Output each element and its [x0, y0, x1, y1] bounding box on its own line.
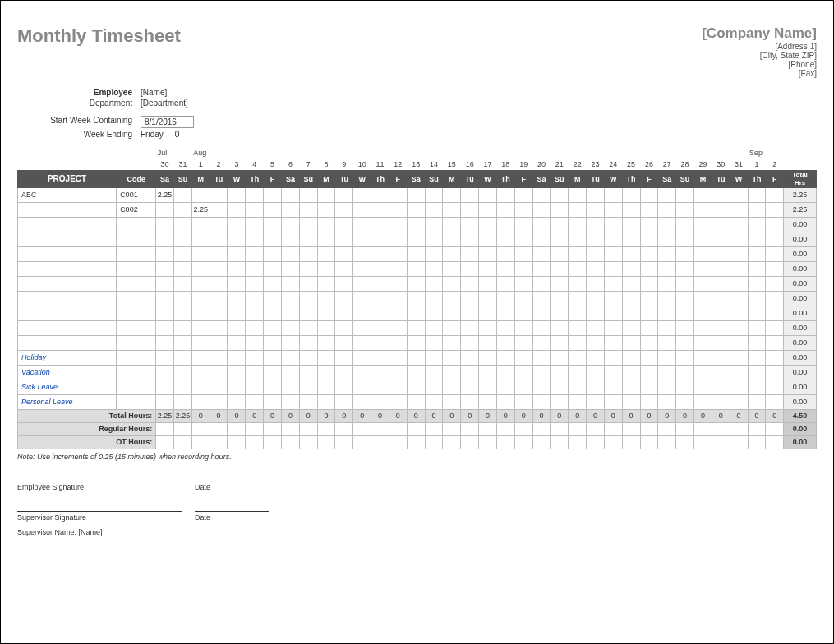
hours-cell[interactable]: 2.25 — [156, 187, 174, 202]
hours-cell[interactable] — [335, 306, 353, 320]
summary-cell[interactable] — [569, 435, 587, 448]
hours-cell[interactable] — [317, 394, 335, 409]
hours-cell[interactable] — [658, 246, 676, 261]
hours-cell[interactable] — [532, 217, 551, 232]
summary-cell[interactable] — [317, 422, 335, 435]
summary-cell[interactable] — [443, 435, 461, 448]
hours-cell[interactable] — [551, 335, 569, 350]
hours-cell[interactable] — [514, 202, 532, 217]
week-ending-value[interactable]: Friday — [141, 130, 164, 139]
hours-cell[interactable] — [443, 291, 461, 306]
hours-cell[interactable] — [551, 291, 569, 306]
code-cell[interactable] — [117, 246, 156, 261]
hours-cell[interactable] — [425, 187, 443, 202]
hours-cell[interactable]: 2.25 — [191, 202, 210, 217]
hours-cell[interactable] — [461, 202, 479, 217]
hours-cell[interactable] — [353, 320, 371, 335]
hours-cell[interactable] — [335, 335, 353, 350]
hours-cell[interactable] — [156, 365, 174, 380]
hours-cell[interactable] — [532, 320, 551, 335]
hours-cell[interactable] — [461, 394, 479, 409]
summary-cell[interactable] — [604, 435, 622, 448]
hours-cell[interactable] — [640, 232, 658, 246]
hours-cell[interactable] — [730, 187, 748, 202]
hours-cell[interactable] — [281, 202, 299, 217]
hours-cell[interactable] — [712, 365, 730, 380]
summary-cell[interactable] — [551, 422, 569, 435]
hours-cell[interactable] — [587, 261, 605, 276]
hours-cell[interactable] — [264, 202, 282, 217]
hours-cell[interactable] — [246, 276, 264, 291]
hours-cell[interactable] — [461, 276, 479, 291]
hours-cell[interactable] — [676, 246, 694, 261]
hours-cell[interactable] — [748, 335, 766, 350]
hours-cell[interactable] — [569, 291, 587, 306]
hours-cell[interactable] — [694, 306, 712, 320]
code-cell[interactable] — [117, 261, 156, 276]
hours-cell[interactable] — [479, 202, 497, 217]
hours-cell[interactable] — [228, 350, 246, 365]
hours-cell[interactable] — [425, 394, 443, 409]
hours-cell[interactable] — [461, 217, 479, 232]
hours-cell[interactable] — [694, 276, 712, 291]
summary-cell[interactable] — [622, 435, 640, 448]
hours-cell[interactable] — [604, 187, 622, 202]
hours-cell[interactable] — [353, 246, 371, 261]
hours-cell[interactable] — [496, 187, 514, 202]
hours-cell[interactable] — [317, 261, 335, 276]
code-cell[interactable]: C002 — [117, 202, 156, 217]
hours-cell[interactable] — [191, 335, 210, 350]
hours-cell[interactable] — [174, 365, 192, 380]
hours-cell[interactable] — [604, 202, 622, 217]
hours-cell[interactable] — [156, 217, 174, 232]
hours-cell[interactable] — [174, 217, 192, 232]
project-cell[interactable] — [18, 320, 117, 335]
summary-cell[interactable] — [407, 422, 425, 435]
hours-cell[interactable] — [281, 306, 299, 320]
hours-cell[interactable] — [694, 320, 712, 335]
hours-cell[interactable] — [676, 291, 694, 306]
hours-cell[interactable] — [317, 365, 335, 380]
hours-cell[interactable] — [335, 320, 353, 335]
hours-cell[interactable] — [353, 291, 371, 306]
hours-cell[interactable] — [191, 350, 210, 365]
hours-cell[interactable] — [658, 365, 676, 380]
hours-cell[interactable] — [246, 380, 264, 394]
hours-cell[interactable] — [496, 217, 514, 232]
hours-cell[interactable] — [264, 394, 282, 409]
start-week-input[interactable]: 8/1/2016 — [141, 116, 194, 128]
hours-cell[interactable] — [766, 320, 784, 335]
hours-cell[interactable] — [569, 232, 587, 246]
hours-cell[interactable] — [532, 394, 551, 409]
code-cell[interactable] — [117, 306, 156, 320]
hours-cell[interactable] — [407, 187, 425, 202]
hours-cell[interactable] — [712, 187, 730, 202]
hours-cell[interactable] — [264, 320, 282, 335]
hours-cell[interactable] — [174, 261, 192, 276]
summary-cell[interactable] — [443, 422, 461, 435]
hours-cell[interactable] — [712, 335, 730, 350]
hours-cell[interactable] — [587, 232, 605, 246]
summary-cell[interactable] — [299, 435, 317, 448]
hours-cell[interactable] — [371, 202, 389, 217]
hours-cell[interactable] — [712, 380, 730, 394]
hours-cell[interactable] — [191, 320, 210, 335]
hours-cell[interactable] — [551, 232, 569, 246]
summary-cell[interactable] — [676, 435, 694, 448]
hours-cell[interactable] — [766, 394, 784, 409]
hours-cell[interactable] — [640, 261, 658, 276]
hours-cell[interactable] — [425, 320, 443, 335]
hours-cell[interactable] — [622, 320, 640, 335]
summary-cell[interactable] — [532, 435, 551, 448]
hours-cell[interactable] — [622, 291, 640, 306]
hours-cell[interactable] — [551, 350, 569, 365]
hours-cell[interactable] — [228, 246, 246, 261]
hours-cell[interactable] — [299, 232, 317, 246]
hours-cell[interactable] — [622, 380, 640, 394]
hours-cell[interactable] — [622, 246, 640, 261]
summary-cell[interactable] — [371, 422, 389, 435]
hours-cell[interactable] — [281, 217, 299, 232]
hours-cell[interactable] — [766, 217, 784, 232]
hours-cell[interactable] — [371, 261, 389, 276]
hours-cell[interactable] — [191, 187, 210, 202]
